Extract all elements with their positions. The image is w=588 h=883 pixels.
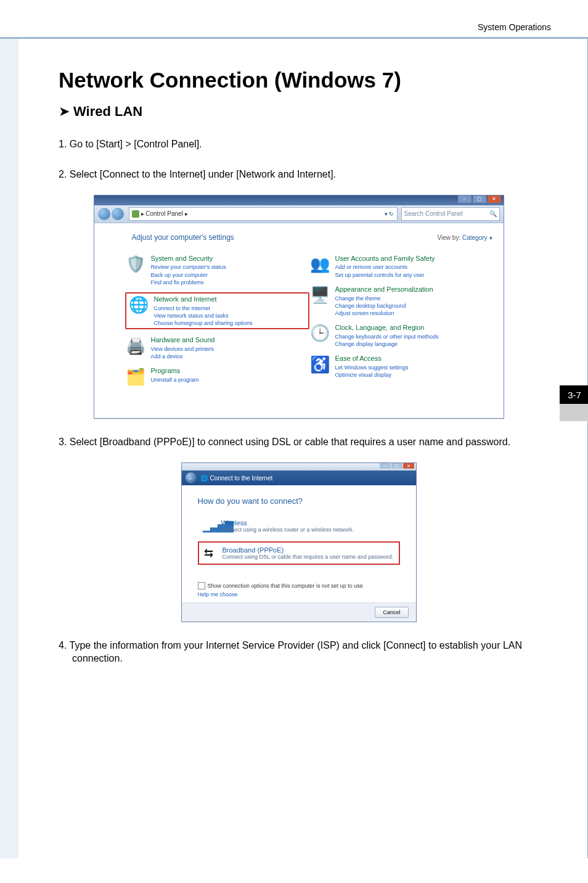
sub-link[interactable]: Change keyboards or other input methods	[335, 333, 439, 340]
maximize-button[interactable]: ▢	[473, 195, 486, 203]
wireless-signal-icon: ▁▃▅▇	[203, 519, 218, 533]
search-icon: 🔍	[489, 210, 497, 217]
section-heading-row: ➤ Wired LAN	[59, 104, 539, 120]
page-title: Network Connection (Windows 7)	[59, 68, 539, 92]
show-options-label: Show connection options that this comput…	[208, 583, 363, 589]
view-by-label: View by:	[438, 234, 461, 241]
internet-icon: 🌐	[200, 475, 208, 482]
sub-link[interactable]: Find and fix problems	[151, 279, 226, 286]
show-options-checkbox[interactable]	[198, 582, 205, 589]
cancel-button[interactable]: Cancel	[375, 607, 408, 618]
breadcrumb-text: ▸ Control Panel ▸	[141, 210, 188, 217]
sub-link[interactable]: Set up parental controls for any user	[335, 271, 435, 279]
back-button[interactable]	[98, 208, 110, 220]
sub-link[interactable]: Change desktop background	[335, 302, 433, 310]
view-by-value[interactable]: Category	[462, 234, 488, 241]
step-3-text: 3. Select [Broadband (PPPoE)] to connect…	[59, 436, 539, 449]
connect-internet-dialog: − ▢ ✕ ← 🌐 Connect to the Internet How do…	[181, 462, 417, 622]
sub-link[interactable]: Choose homegroup and sharing options	[154, 319, 253, 327]
dialog-navbar: ← 🌐 Connect to the Internet	[182, 470, 416, 485]
document-page: System Operations Network Connection (Wi…	[0, 0, 588, 883]
sub-link[interactable]: Add a device	[151, 353, 215, 360]
search-input[interactable]: Search Control Panel 🔍	[401, 207, 500, 221]
search-placeholder: Search Control Panel	[404, 210, 463, 217]
ease-of-access-icon: ♿	[309, 354, 330, 375]
dialog-titlebar: − ▢ ✕	[182, 463, 416, 470]
dialog-footer: Cancel	[182, 602, 416, 622]
triangle-icon: ➤	[59, 104, 70, 120]
connect-to-internet-link[interactable]: Connect to the Internet	[154, 305, 253, 312]
cat-hardware-sound: 🖨️ Hardware and Sound View devices and p…	[125, 335, 309, 360]
close-button[interactable]: ✕	[488, 195, 501, 203]
close-button[interactable]: ✕	[403, 463, 414, 469]
dialog-nav-title: Connect to the Internet	[210, 475, 273, 482]
explorer-navbar: ▸ Control Panel ▸ ▾ ↻ Search Control Pan…	[94, 205, 504, 223]
option-desc: Connect using a wireless router or a wir…	[221, 527, 354, 533]
users-icon: 👥	[309, 254, 330, 275]
option-wireless[interactable]: ▁▃▅▇ Wireless Connect using a wireless r…	[198, 515, 400, 536]
page-number-badge: 3-7	[560, 385, 588, 404]
control-panel-body: Adjust your computer's settings View by:…	[94, 223, 504, 419]
cat-appearance: 🖥️ Appearance and Personalization Change…	[309, 285, 494, 317]
sub-link[interactable]: Let Windows suggest settings	[335, 364, 409, 371]
dialog-question: How do you want to connect?	[198, 496, 400, 506]
cat-title[interactable]: Hardware and Sound	[151, 335, 215, 345]
cat-title[interactable]: System and Security	[151, 254, 226, 263]
sub-link[interactable]: Change display language	[335, 340, 439, 348]
sub-link[interactable]: Optimize visual display	[335, 371, 409, 379]
sub-link[interactable]: View network status and tasks	[154, 312, 253, 319]
sub-link[interactable]: Adjust screen resolution	[335, 310, 433, 317]
minimize-button[interactable]: −	[458, 195, 472, 203]
adjust-settings-row: Adjust your computer's settings View by:…	[125, 233, 494, 242]
window-titlebar: − ▢ ✕	[94, 195, 504, 205]
minimize-button[interactable]: −	[380, 463, 391, 469]
forward-button[interactable]	[112, 208, 124, 220]
cat-title[interactable]: Network and Internet	[154, 295, 253, 304]
sub-link[interactable]: Review your computer's status	[151, 263, 226, 271]
cat-clock-lang: 🕒 Clock, Language, and Region Change key…	[309, 323, 494, 348]
help-me-choose-link[interactable]: Help me choose	[198, 591, 400, 598]
cat-programs: 🗂️ Programs Uninstall a program	[125, 366, 309, 387]
globe-icon: 🌐	[128, 295, 149, 316]
sub-link[interactable]: Change the theme	[335, 295, 433, 302]
sub-link[interactable]: Add or remove user accounts	[335, 263, 435, 271]
clock-region-icon: 🕒	[309, 323, 330, 344]
cat-title[interactable]: Clock, Language, and Region	[335, 323, 439, 332]
right-column: 👥 User Accounts and Family Safety Add or…	[309, 254, 494, 394]
sub-link[interactable]: Uninstall a program	[151, 376, 199, 384]
show-options-row: Show connection options that this comput…	[198, 582, 400, 589]
cat-title[interactable]: Programs	[151, 366, 199, 376]
appearance-icon: 🖥️	[309, 285, 330, 306]
category-columns: 🛡️ System and Security Review your compu…	[125, 254, 494, 394]
control-panel-icon	[132, 210, 139, 218]
cat-title[interactable]: Ease of Access	[335, 354, 409, 363]
page-number-shadow	[560, 404, 588, 421]
cat-ease-of-access: ♿ Ease of Access Let Windows suggest set…	[309, 354, 494, 379]
maximize-button[interactable]: ▢	[391, 463, 402, 469]
cat-system-security: 🛡️ System and Security Review your compu…	[125, 254, 309, 286]
section-heading: Wired LAN	[73, 104, 142, 120]
broadband-icon: ⇆	[204, 546, 219, 560]
printer-icon: 🖨️	[125, 335, 146, 356]
shield-icon: 🛡️	[125, 254, 146, 275]
main-content: Network Connection (Windows 7) ➤ Wired L…	[59, 68, 539, 665]
adjust-settings-label: Adjust your computer's settings	[132, 233, 234, 242]
cat-title[interactable]: User Accounts and Family Safety	[335, 254, 435, 263]
view-by: View by: Category▼	[438, 234, 494, 241]
cat-network-internet: 🌐 Network and Internet Connect to the In…	[125, 292, 309, 329]
sub-link[interactable]: View devices and printers	[151, 345, 215, 353]
left-column: 🛡️ System and Security Review your compu…	[125, 254, 309, 394]
cat-title[interactable]: Appearance and Personalization	[335, 285, 433, 294]
cat-user-accounts: 👥 User Accounts and Family Safety Add or…	[309, 254, 494, 279]
back-button[interactable]: ←	[186, 472, 197, 483]
programs-icon: 🗂️	[125, 366, 146, 387]
option-title: Broadband (PPPoE)	[223, 546, 394, 554]
breadcrumb-bar[interactable]: ▸ Control Panel ▸ ▾ ↻	[129, 207, 398, 221]
step-1-text: 1. Go to [Start] > [Control Panel].	[59, 138, 539, 151]
running-header: System Operations	[478, 22, 551, 32]
chevron-down-icon[interactable]: ▼	[489, 236, 494, 241]
step-4-text: 4. Type the information from your Intern…	[59, 639, 539, 665]
option-broadband-pppoe[interactable]: ⇆ Broadband (PPPoE) Connect using DSL or…	[198, 541, 400, 565]
option-desc: Connect using DSL or cable that requires…	[223, 554, 394, 560]
sub-link[interactable]: Back up your computer	[151, 271, 226, 279]
